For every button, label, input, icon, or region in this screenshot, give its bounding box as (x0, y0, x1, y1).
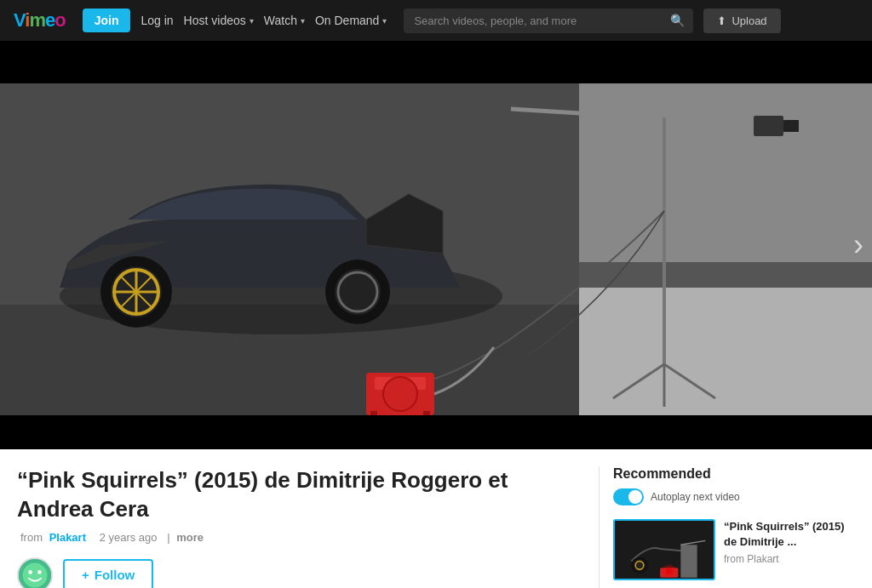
video-title: “Pink Squirrels” (2015) de Dimitrije Rog… (17, 466, 582, 524)
rec-video-title: “Pink Squirrels” (2015) de Dimitrije ... (724, 519, 858, 550)
autoplay-row: Autoplay next video (613, 488, 858, 505)
more-link[interactable]: more (176, 531, 204, 544)
svg-point-33 (28, 570, 32, 574)
rec-thumb-inner (615, 521, 714, 579)
avatar (17, 557, 53, 588)
upload-button[interactable]: ⬆ Upload (703, 9, 780, 33)
rec-thumb (613, 519, 715, 580)
login-link[interactable]: Log in (141, 14, 173, 27)
rec-from: from Plakart (724, 553, 858, 565)
svg-rect-29 (0, 41, 872, 83)
avatar-follow-row: + Follow (17, 557, 582, 588)
upload-icon: ⬆ (717, 14, 726, 27)
rec-info: “Pink Squirrels” (2015) de Dimitrije ...… (724, 519, 858, 580)
svg-point-15 (335, 269, 381, 315)
svg-rect-23 (783, 120, 799, 132)
watch-chevron-icon: ▾ (301, 16, 305, 26)
svg-rect-22 (754, 116, 783, 136)
on-demand-link[interactable]: On Demand ▾ (315, 14, 387, 27)
watch-link[interactable]: Watch ▾ (264, 14, 305, 27)
svg-point-26 (383, 377, 417, 411)
svg-rect-4 (579, 262, 872, 288)
follow-plus-icon: + (82, 568, 89, 582)
host-videos-chevron-icon: ▾ (250, 16, 254, 26)
search-bar: 🔍 (404, 9, 693, 33)
on-demand-chevron-icon: ▾ (382, 16, 387, 26)
video-info-panel: “Pink Squirrels” (2015) de Dimitrije Rog… (0, 466, 600, 588)
join-button[interactable]: Join (83, 9, 131, 32)
below-video: “Pink Squirrels” (2015) de Dimitrije Rog… (0, 449, 872, 588)
host-videos-link[interactable]: Host videos ▾ (184, 14, 254, 27)
search-icon[interactable]: 🔍 (670, 14, 685, 27)
navbar: Vimeo Join Log in Host videos ▾ Watch ▾ … (0, 0, 872, 41)
search-input[interactable] (404, 9, 693, 33)
svg-rect-41 (680, 545, 697, 578)
autoplay-label: Autoplay next video (651, 491, 740, 503)
recommended-title: Recommended (613, 466, 858, 482)
svg-point-43 (663, 564, 675, 577)
from-label: from (20, 531, 43, 544)
next-arrow-button[interactable]: › (853, 227, 863, 263)
follow-button[interactable]: + Follow (63, 559, 153, 588)
svg-point-32 (23, 562, 48, 587)
video-age: 2 years ago (100, 531, 158, 544)
vimeo-logo[interactable]: Vimeo (14, 9, 66, 31)
autoplay-toggle[interactable] (613, 488, 644, 505)
video-meta: from Plakart 2 years ago | more (17, 531, 582, 544)
channel-link[interactable]: Plakart (49, 531, 86, 544)
follow-label: Follow (95, 568, 135, 582)
video-player[interactable]: › (0, 41, 872, 449)
svg-point-34 (37, 570, 42, 574)
recommended-item[interactable]: “Pink Squirrels” (2015) de Dimitrije ...… (613, 519, 858, 580)
recommended-panel: Recommended Autoplay next video (600, 466, 872, 588)
svg-rect-30 (0, 415, 872, 449)
